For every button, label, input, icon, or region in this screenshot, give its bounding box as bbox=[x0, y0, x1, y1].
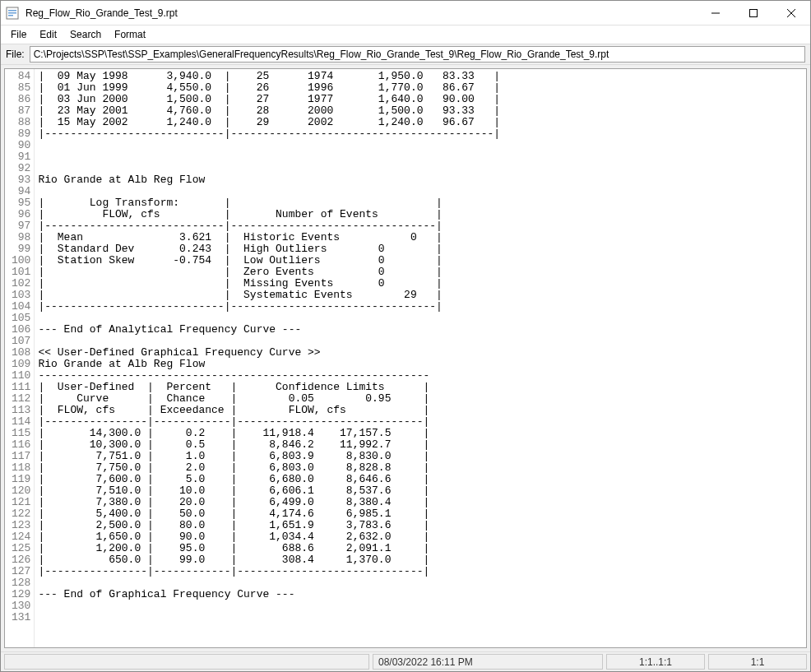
code-content[interactable]: | 09 May 1998 3,940.0 | 25 1974 1,950.0 … bbox=[35, 69, 806, 647]
minimize-button[interactable] bbox=[697, 1, 735, 25]
title-bar: Reg_Flow_Rio_Grande_Test_9.rpt bbox=[1, 1, 810, 25]
editor-scroll[interactable]: 84 85 86 87 88 89 90 91 92 93 94 95 96 9… bbox=[5, 69, 806, 647]
status-empty bbox=[4, 654, 369, 670]
maximize-button[interactable] bbox=[735, 1, 772, 25]
editor-border: 84 85 86 87 88 89 90 91 92 93 94 95 96 9… bbox=[4, 68, 807, 648]
svg-rect-1 bbox=[8, 10, 16, 12]
status-position: 1:1..1:1 bbox=[606, 654, 705, 670]
window-title: Reg_Flow_Rio_Grande_Test_9.rpt bbox=[24, 7, 697, 19]
svg-rect-4 bbox=[711, 12, 720, 13]
editor-container: 84 85 86 87 88 89 90 91 92 93 94 95 96 9… bbox=[1, 65, 810, 651]
file-path-bar: File: bbox=[1, 44, 810, 65]
svg-rect-3 bbox=[8, 15, 13, 16]
line-number-gutter: 84 85 86 87 88 89 90 91 92 93 94 95 96 9… bbox=[5, 69, 35, 647]
status-rowcol: 1:1 bbox=[708, 654, 807, 670]
svg-rect-2 bbox=[8, 12, 16, 14]
file-path-input[interactable] bbox=[30, 46, 805, 63]
file-label: File: bbox=[6, 49, 25, 60]
menu-search[interactable]: Search bbox=[63, 27, 108, 42]
menu-format[interactable]: Format bbox=[108, 27, 152, 42]
svg-rect-5 bbox=[750, 9, 758, 16]
menu-bar: File Edit Search Format bbox=[1, 25, 810, 44]
status-bar: 08/03/2022 16:11 PM 1:1..1:1 1:1 bbox=[1, 651, 810, 671]
window-controls bbox=[697, 1, 810, 25]
app-icon bbox=[6, 7, 19, 20]
menu-file[interactable]: File bbox=[4, 27, 33, 42]
close-button[interactable] bbox=[772, 1, 810, 25]
menu-edit[interactable]: Edit bbox=[33, 27, 63, 42]
status-datetime: 08/03/2022 16:11 PM bbox=[373, 654, 603, 670]
